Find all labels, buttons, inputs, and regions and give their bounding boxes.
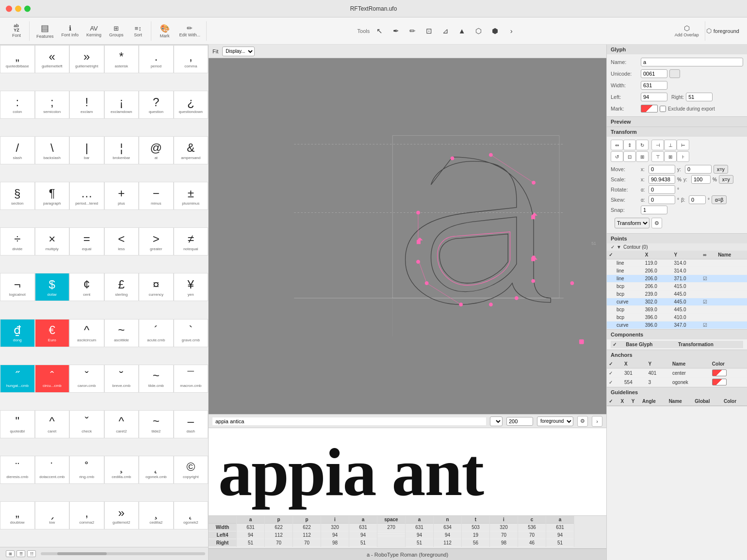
- right-input[interactable]: [686, 93, 713, 101]
- glyph-cell-logicalnot[interactable]: ¬logicalnot: [0, 273, 35, 301]
- metrics-col-width[interactable]: 536: [518, 524, 546, 531]
- glyph-cell-period[interactable]: .period: [139, 45, 174, 73]
- glyph-cell-grave.cmb[interactable]: `grave.cmb: [174, 319, 209, 347]
- fill-tool[interactable]: ▲: [455, 24, 469, 38]
- transform-align-b[interactable]: ⊦: [677, 151, 689, 162]
- move-apply-btn[interactable]: x=y: [714, 165, 728, 174]
- transform-shear[interactable]: ⊡: [623, 151, 636, 162]
- glyph-cell-acute.cmb[interactable]: ´acute.cmb: [139, 319, 174, 347]
- transform-center[interactable]: ⊞: [636, 151, 649, 162]
- metrics-col-right[interactable]: 112: [434, 539, 461, 547]
- metrics-col-left[interactable]: 94: [434, 531, 461, 539]
- glyph-cell-section[interactable]: §section: [0, 182, 35, 210]
- metrics-col-left[interactable]: 94: [237, 531, 264, 539]
- transform-rot-r[interactable]: ↻: [636, 140, 649, 150]
- glyph-cell-sterling[interactable]: £sterling: [104, 273, 139, 301]
- metrics-col[interactable]: i 320 70 98: [490, 516, 518, 547]
- pencil-tool[interactable]: ✏: [406, 24, 419, 38]
- horizontal-scrollbar[interactable]: [41, 552, 205, 555]
- glyph-cell-less[interactable]: <less: [104, 227, 139, 256]
- metrics-col-left[interactable]: 19: [462, 531, 489, 539]
- glyph-cell-tilde.cmb[interactable]: ~tilde.cmb: [139, 365, 174, 393]
- glyph-cell-yen[interactable]: ¥yen: [174, 273, 209, 301]
- glyph-cell-dollar[interactable]: $dollar: [35, 273, 70, 301]
- glyph-section-header[interactable]: Glyph: [607, 45, 747, 54]
- preview-section-header[interactable]: Preview: [607, 117, 747, 127]
- features-button[interactable]: ▤ Features: [33, 20, 57, 42]
- metrics-col-left[interactable]: 94: [349, 531, 377, 539]
- glyph-cell-semicolon[interactable]: ;semicolon: [35, 91, 70, 119]
- transform-flip-v[interactable]: ⇕: [623, 140, 636, 150]
- glyph-cell-caron.cmb[interactable]: ˇcaron.cmb: [69, 365, 104, 393]
- glyph-cell-doublow[interactable]: „doublow: [0, 501, 35, 529]
- skew-beta-input[interactable]: [689, 195, 706, 204]
- transform-rot-l[interactable]: ↺: [611, 151, 623, 162]
- points-row[interactable]: curve 302.0 445.0 ☑: [607, 298, 747, 306]
- scale-apply-btn[interactable]: x=y: [719, 175, 733, 184]
- transform-align-m[interactable]: ⊞: [664, 151, 677, 162]
- glyph-cell-cedilla.cmb[interactable]: ¸cedilla.cmb: [104, 456, 139, 484]
- unicode-color-btn[interactable]: [669, 69, 680, 78]
- editwith-button[interactable]: ✏ Edit With...: [177, 20, 204, 42]
- glyph-cell-colon[interactable]: :colon: [0, 91, 35, 119]
- glyph-cell-guillemetright[interactable]: »guillemetright: [69, 45, 104, 73]
- metrics-col-right[interactable]: 98: [490, 539, 518, 547]
- transform-align-r[interactable]: ⊢: [677, 140, 689, 150]
- glyph-cell-Euro[interactable]: €Euro: [35, 319, 70, 347]
- glyph-cell-low[interactable]: ˏlow: [35, 501, 70, 529]
- metrics-col[interactable]: c 536 70 46: [518, 516, 546, 547]
- metrics-col[interactable]: a 631 94 51: [406, 516, 434, 547]
- glyph-cell-asterisk[interactable]: *asterisk: [104, 45, 139, 73]
- metrics-col-width[interactable]: 622: [265, 524, 292, 531]
- anchors-section-header[interactable]: Anchors: [607, 350, 747, 360]
- glyph-cell-greater[interactable]: >greater: [139, 227, 174, 256]
- canvas-main[interactable]: 51: [209, 58, 606, 414]
- metrics-col-width[interactable]: 631: [237, 524, 264, 531]
- glyph-cell-bar[interactable]: |bar: [69, 136, 104, 164]
- groups-button[interactable]: ⊞ Groups: [106, 20, 127, 42]
- mark-color-swatch[interactable]: [641, 105, 658, 112]
- preview-empty-select[interactable]: [490, 416, 503, 426]
- snap-input[interactable]: [641, 206, 667, 214]
- glyph-cell-tilde2[interactable]: ~tilde2: [139, 410, 174, 438]
- glyph-cell-asciitilde[interactable]: ~asciitilde: [104, 319, 139, 347]
- metrics-col[interactable]: a 631 94 51: [237, 516, 265, 547]
- glyph-cell-guillemot2[interactable]: »guillemot2: [104, 501, 139, 529]
- metrics-col[interactable]: space 270: [377, 516, 406, 547]
- metrics-col-left[interactable]: 112: [293, 531, 321, 539]
- fontinfo-button[interactable]: ℹ Font Info: [59, 20, 82, 42]
- metrics-col-left[interactable]: 70: [518, 531, 546, 539]
- metrics-col[interactable]: i 320 94 98: [321, 516, 349, 547]
- glyph-cell-ogonek.cmb[interactable]: ˛ogonek.cmb: [139, 456, 174, 484]
- exclude-checkbox[interactable]: [660, 106, 666, 112]
- points-row[interactable]: line 119.0 314.0: [607, 259, 747, 267]
- metrics-col-width[interactable]: 634: [434, 524, 461, 531]
- points-row[interactable]: line 206.0 314.0: [607, 267, 747, 275]
- transform-settings-btn[interactable]: ⚙: [651, 218, 662, 228]
- glyph-cell-copyright[interactable]: ©copyright: [174, 456, 209, 484]
- metrics-col-right[interactable]: 70: [293, 539, 321, 547]
- metrics-col-width[interactable]: 631: [406, 524, 433, 531]
- glyph-cell-brokenbar[interactable]: ¦brokenbar: [104, 136, 139, 164]
- metrics-col-right[interactable]: 46: [518, 539, 546, 547]
- transform-align-l[interactable]: ⊣: [651, 140, 664, 150]
- glyph-cell-ogonek2[interactable]: ˛ogonek2: [174, 501, 209, 529]
- glyph-cell-ampersand[interactable]: &ampersand: [174, 136, 209, 164]
- points-row[interactable]: bcp 206.0 415.0: [607, 283, 747, 290]
- list-view-btn[interactable]: ☰: [16, 550, 25, 557]
- metrics-col-width[interactable]: 320: [321, 524, 349, 531]
- metrics-col-right[interactable]: 51: [406, 539, 433, 547]
- glyph-cell-currency[interactable]: ¤currency: [139, 273, 174, 301]
- points-row[interactable]: bcp 396.0 410.0: [607, 314, 747, 321]
- components-section-header[interactable]: Components: [607, 330, 747, 339]
- metrics-col-right[interactable]: 51: [546, 539, 574, 547]
- glyph-cell-quotedbl[interactable]: "quotedbl: [0, 410, 35, 438]
- glyph-cell-cent[interactable]: ¢cent: [69, 273, 104, 301]
- points-row[interactable]: bcp 239.0 445.0: [607, 290, 747, 298]
- metrics-col-left[interactable]: 94: [406, 531, 433, 539]
- preview-settings-btn[interactable]: ⚙: [577, 416, 588, 427]
- left-input[interactable]: [641, 93, 667, 101]
- metrics-col[interactable]: p 622 112 70: [265, 516, 293, 547]
- metrics-col-width[interactable]: 631: [546, 524, 574, 531]
- skew-alpha-input[interactable]: [649, 195, 675, 204]
